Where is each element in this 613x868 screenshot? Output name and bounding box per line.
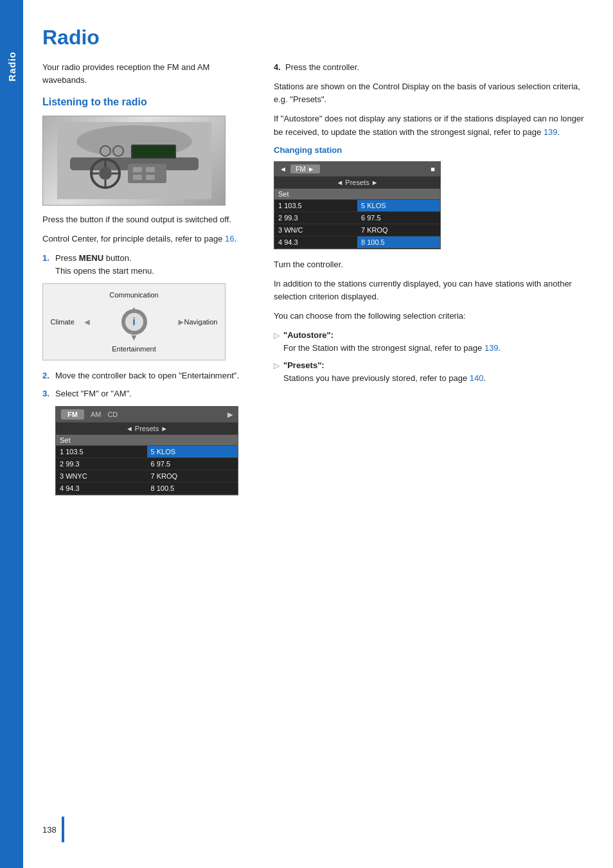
station-7-name: 7 KROQ <box>147 470 238 483</box>
right-station-5-name: 5 KLOS <box>357 200 440 212</box>
left-column: Your radio provides reception the FM and… <box>42 61 254 801</box>
right-set-label: Set <box>278 190 289 198</box>
right-presets-label: ◄ Presets ► <box>336 179 378 186</box>
link-page-140[interactable]: 140 <box>470 373 484 383</box>
station-4-freq: 4 94.3 <box>56 483 147 495</box>
arrow-left: ◄ <box>83 317 92 327</box>
menu-label-climate: Climate <box>51 318 75 326</box>
svg-point-4 <box>99 167 112 180</box>
svg-rect-13 <box>146 175 155 180</box>
right-station-2-freq: 2 99.3 <box>274 212 357 224</box>
station-6-name: 6 97.5 <box>147 458 238 470</box>
arrow-down: ▼ <box>130 332 139 342</box>
menu-diagram: Communication Climate Navigation Enterta… <box>42 283 226 360</box>
car-image <box>42 116 226 206</box>
right-station-7-name: 7 KROQ <box>357 224 440 236</box>
link-page-16[interactable]: 16 <box>225 234 234 244</box>
right-station-4-freq: 4 94.3 <box>274 236 357 249</box>
page-number: 138 <box>42 825 57 835</box>
svg-rect-10 <box>133 167 142 172</box>
menu-diagram-inner: Communication Climate Navigation Enterta… <box>51 290 218 354</box>
side-tab: Radio <box>0 0 23 868</box>
am-label: AM <box>91 411 102 418</box>
station-grid-left: 1 103.5 5 KLOS 2 99.3 6 97.5 3 WNYC 7 KR… <box>56 446 238 495</box>
svg-rect-15 <box>132 146 175 157</box>
car-svg <box>57 122 211 199</box>
criteria-presets: ▷ "Presets": Stations you have previousl… <box>274 359 594 384</box>
arrow-right: ► <box>177 317 186 327</box>
step-1: 1. Press MENU button. This opens the sta… <box>42 252 254 277</box>
section-heading-listening: Listening to the radio <box>42 96 254 108</box>
arrow-bullet-2: ▷ <box>274 360 280 384</box>
page-title: Radio <box>42 26 594 49</box>
steps-list: 1. Press MENU button. This opens the sta… <box>42 252 254 277</box>
step-2: 2. Move the controller back to open "Ent… <box>42 369 254 382</box>
presets-row-left: ◄ Presets ► <box>56 423 238 435</box>
right-fm-icon: ■ <box>431 165 435 173</box>
intro-text: Your radio provides reception the FM and… <box>42 61 254 86</box>
step-3: 3. Select "FM" or "AM". <box>42 387 254 400</box>
turn-controller-text: Turn the controller. <box>274 258 594 271</box>
station-2-freq: 2 99.3 <box>56 458 147 470</box>
link-page-139-bottom[interactable]: 139 <box>484 343 499 353</box>
right-body-1: Stations are shown on the Control Displa… <box>274 80 594 106</box>
fm-screen-right: ◄ FM ► ■ ◄ Presets ► Set 1 103.5 5 KLOS … <box>274 161 441 249</box>
set-label-left: Set <box>60 436 71 444</box>
criteria-autostore: ▷ "Autostore": For the Station with the … <box>274 329 594 354</box>
svg-rect-11 <box>146 167 155 172</box>
right-body-4: You can choose from the following select… <box>274 310 594 323</box>
page-number-row: 138 <box>42 817 594 842</box>
fm-button: FM <box>61 409 84 420</box>
fm-icon: ▶ <box>227 411 233 419</box>
step-1-sub: This opens the start menu. <box>55 266 154 276</box>
criteria-list: ▷ "Autostore": For the Station with the … <box>274 329 594 384</box>
cd-label: CD <box>107 411 118 418</box>
right-fm-label: FM ► <box>290 164 320 173</box>
svg-rect-12 <box>133 175 142 180</box>
menu-label-entertainment: Entertainment <box>112 345 155 353</box>
right-presets-row: ◄ Presets ► <box>274 177 440 189</box>
svg-rect-9 <box>128 164 166 183</box>
menu-keyword: MENU <box>79 253 103 263</box>
fm-screen-left: FM AM CD ▶ ◄ Presets ► Set 1 103.5 5 KLO… <box>55 406 238 495</box>
subsection-changing-station: Changing station <box>274 145 594 155</box>
right-station-1-freq: 1 103.5 <box>274 200 357 212</box>
link-page-139-top[interactable]: 139 <box>544 127 558 137</box>
arrow-up: ▲ <box>130 304 139 314</box>
body-text-2: Control Center, for principle details, r… <box>42 233 254 245</box>
presets-label-left: ◄ Presets ► <box>126 425 168 432</box>
right-station-8-name: 8 100.5 <box>357 236 440 249</box>
menu-label-navigation: Navigation <box>184 318 218 326</box>
station-8-name: 8 100.5 <box>147 483 238 495</box>
steps-list-2: 2. Move the controller back to open "Ent… <box>42 369 254 400</box>
station-1-freq: 1 103.5 <box>56 446 147 458</box>
right-station-3-freq: 3 WN/C <box>274 224 357 236</box>
right-body-2: If "Autostore" does not display any stat… <box>274 112 594 138</box>
page-bar <box>62 817 64 842</box>
main-content: Radio Your radio provides reception the … <box>23 0 613 868</box>
right-station-grid: 1 103.5 5 KLOS 2 99.3 6 97.5 3 WN/C 7 KR… <box>274 200 440 249</box>
body-text-1: Press the button if the sound output is … <box>42 213 254 226</box>
step-4-text: 4. Press the controller. <box>274 61 594 74</box>
right-station-6-name: 6 97.5 <box>357 212 440 224</box>
station-3-freq: 3 WNYC <box>56 470 147 483</box>
right-body-3: In addition to the stations currently di… <box>274 278 594 303</box>
set-row-left: Set <box>56 435 238 446</box>
station-5-name: 5 KLOS <box>147 446 238 458</box>
right-fm-left-arrow: ◄ <box>280 165 287 173</box>
side-tab-label: Radio <box>6 51 17 82</box>
menu-label-communication: Communication <box>109 291 158 299</box>
right-column: 4. Press the controller. Stations are sh… <box>274 61 594 801</box>
arrow-bullet-1: ▷ <box>274 330 280 354</box>
right-fm-header-row: ◄ FM ► ■ <box>274 162 440 177</box>
right-set-row: Set <box>274 189 440 200</box>
menu-center-i: i <box>125 313 143 331</box>
